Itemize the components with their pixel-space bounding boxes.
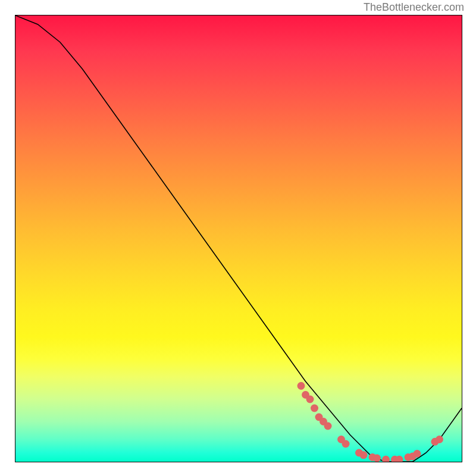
marker-group [298, 382, 444, 462]
plot-area [15, 15, 462, 462]
chart-svg [15, 15, 462, 462]
curve-line [15, 15, 462, 462]
data-marker [360, 451, 368, 459]
data-marker [306, 396, 314, 403]
data-marker [382, 456, 390, 462]
data-marker [311, 405, 318, 412]
data-marker [298, 382, 305, 390]
data-marker [414, 450, 421, 458]
attribution-text: TheBottlenecker.com [364, 1, 464, 14]
data-marker [324, 422, 332, 430]
data-marker [342, 440, 350, 448]
data-marker [436, 436, 443, 443]
data-marker [373, 455, 381, 462]
